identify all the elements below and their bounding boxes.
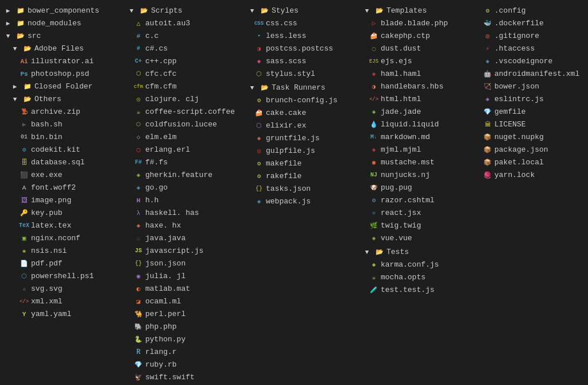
- file-webpack[interactable]: ◈ webpack.js: [245, 195, 358, 208]
- file-paket[interactable]: 📦 paket.local: [481, 156, 588, 169]
- file-rlang[interactable]: R rlang.r: [125, 346, 243, 359]
- file-coffee[interactable]: ☕ coffee-script.coffee: [125, 106, 243, 118]
- file-haskell[interactable]: λ haskell. has: [125, 207, 243, 220]
- folder-adobe-files[interactable]: ▼ 📂 Adobe Files: [1, 43, 122, 55]
- file-cfc[interactable]: ⬡ cfc.cfc: [125, 68, 243, 80]
- file-gulpfile[interactable]: ◎ gulpfile.js: [245, 145, 358, 157]
- file-package-json[interactable]: 📦 package.json: [481, 144, 588, 156]
- folder-templates[interactable]: ▼ 📂 Templates: [360, 5, 478, 17]
- file-elm[interactable]: ◇ elm.elm: [125, 131, 243, 144]
- file-nginx[interactable]: ▣ nginx.nconf: [1, 232, 122, 245]
- folder-task-runners[interactable]: ▼ 📂 Task Runners: [245, 82, 358, 94]
- file-svg[interactable]: ⬦ svg.svg: [1, 283, 122, 295]
- file-haxe[interactable]: ◈ haxe. hx: [125, 220, 243, 232]
- file-bash[interactable]: ▶ bash.sh: [1, 118, 122, 131]
- file-eslintrc[interactable]: ◈ eslintrc.js: [481, 93, 588, 106]
- file-gruntfile[interactable]: ◈ gruntfile.js: [245, 132, 358, 145]
- file-latex[interactable]: TeX latex.tex: [1, 220, 122, 232]
- folder-closed[interactable]: ▶ 📁 Closed Folder: [1, 80, 122, 93]
- file-tasks[interactable]: {} tasks.json: [245, 183, 358, 195]
- file-rakefile[interactable]: ⚙ rakefile: [245, 170, 358, 183]
- file-html[interactable]: </> html.html: [360, 93, 478, 106]
- file-mocha[interactable]: ☕ mocha.opts: [360, 271, 478, 284]
- file-yaml[interactable]: Y yaml.yaml: [1, 308, 122, 321]
- file-csharp[interactable]: # c#.cs: [125, 43, 243, 55]
- file-mustache[interactable]: ◉ mustache.mst: [360, 156, 478, 169]
- file-less[interactable]: ▪ less.less: [245, 30, 358, 43]
- folder-bower-components[interactable]: ▶ 📁 bower_components: [1, 5, 122, 17]
- file-clojure[interactable]: ◎ clojure. clj: [125, 93, 243, 106]
- file-julia[interactable]: ◉ julia. jl: [125, 270, 243, 283]
- file-jade[interactable]: ◈ jade.jade: [360, 106, 478, 118]
- file-gherkin[interactable]: ◈ gherkin.feature: [125, 169, 243, 182]
- file-autoit[interactable]: △ autoit.au3: [125, 17, 243, 30]
- file-twig[interactable]: 🌿 twig.twig: [360, 220, 478, 232]
- file-css[interactable]: CSS css.css: [245, 17, 358, 30]
- file-perl[interactable]: 🐪 perl.perl: [125, 308, 243, 321]
- file-font[interactable]: A font.woff2: [1, 182, 122, 194]
- file-photoshop[interactable]: Ps photoshop.psd: [1, 68, 122, 80]
- file-vscodeignore[interactable]: ◈ .vscodeignore: [481, 55, 588, 68]
- folder-node-modules[interactable]: ▶ 📁 node_modules: [1, 17, 122, 30]
- file-blade[interactable]: ▷ blade.blade.php: [360, 17, 478, 30]
- file-bower-json[interactable]: 🏹 bower.json: [481, 80, 588, 93]
- file-cpp[interactable]: C+ c++.cpp: [125, 55, 243, 68]
- file-haml[interactable]: ◈ haml.haml: [360, 68, 478, 80]
- file-makefile[interactable]: ⚙ makefile: [245, 157, 358, 170]
- file-python[interactable]: 🐍 python.py: [125, 333, 243, 346]
- file-gitignore[interactable]: ◎ .gitignore: [481, 30, 588, 43]
- file-h[interactable]: H h.h: [125, 194, 243, 207]
- file-ruby[interactable]: 💎 ruby.rb: [125, 359, 243, 371]
- file-postcss[interactable]: ◑ postcss.postcss: [245, 43, 358, 55]
- file-markdown[interactable]: M↓ markdown.md: [360, 131, 478, 144]
- file-dockerfile[interactable]: 🐳 .dockerfile: [481, 17, 588, 30]
- file-database[interactable]: 🗄 database.sql: [1, 156, 122, 169]
- file-go[interactable]: ◈ go.go: [125, 182, 243, 194]
- file-image[interactable]: 🖼 image.png: [1, 194, 122, 207]
- file-powershell[interactable]: ⬡ powershell.ps1: [1, 270, 122, 283]
- file-illustrator[interactable]: Ai illustrator.ai: [1, 55, 122, 68]
- file-pug[interactable]: 🐶 pug.pug: [360, 182, 478, 194]
- file-react[interactable]: ⚛ react.jsx: [360, 207, 478, 220]
- file-stylus[interactable]: ⬡ stylus.styl: [245, 68, 358, 80]
- file-test[interactable]: 🧪 test.test.js: [360, 284, 478, 297]
- file-javascript[interactable]: JS javascript.js: [125, 245, 243, 257]
- file-cfm[interactable]: cfm cfm.cfm: [125, 80, 243, 93]
- file-liquid[interactable]: 💧 liquid.liquid: [360, 118, 478, 131]
- file-nuget[interactable]: 📦 nuget.nupkg: [481, 131, 588, 144]
- file-coldfusion[interactable]: ⬡ coldfusion.lucee: [125, 118, 243, 131]
- file-sass[interactable]: ◈ sass.scss: [245, 55, 358, 68]
- file-razor[interactable]: ⚙ razor.cshtml: [360, 194, 478, 207]
- file-gemfile[interactable]: 💎 gemfile: [481, 106, 588, 118]
- file-nunjucks[interactable]: NJ nunjucks.nj: [360, 169, 478, 182]
- file-vue[interactable]: ◈ vue.vue: [360, 232, 478, 245]
- file-htaccess[interactable]: ⚡ .htaccess: [481, 43, 588, 55]
- file-mjml[interactable]: ◈ mjml.mjml: [360, 144, 478, 156]
- folder-src[interactable]: ▼ 📂 src: [1, 30, 122, 43]
- folder-styles[interactable]: ▼ 📂 Styles: [245, 5, 358, 17]
- file-handlebars[interactable]: ◑ handlebars.hbs: [360, 80, 478, 93]
- file-nsis[interactable]: ❋ nsis.nsi: [1, 245, 122, 257]
- file-php[interactable]: 🐘 php.php: [125, 321, 243, 333]
- file-fsharp[interactable]: F# f#.fs: [125, 156, 243, 169]
- file-brunch[interactable]: ⚙ brunch-config.js: [245, 94, 358, 107]
- file-androidmanifest[interactable]: 🤖 androidmanifest.xml: [481, 68, 588, 80]
- file-archive[interactable]: 🗜 archive.zip: [1, 106, 122, 118]
- file-ocaml[interactable]: ◪ ocaml.ml: [125, 295, 243, 308]
- file-json[interactable]: {} json.json: [125, 257, 243, 270]
- file-swift[interactable]: 🦅 swift.swift: [125, 371, 243, 384]
- file-cake[interactable]: 🍰 cake.cake: [245, 107, 358, 120]
- folder-tests[interactable]: ▼ 📂 Tests: [360, 246, 478, 259]
- file-ejs[interactable]: EJS ejs.ejs: [360, 55, 478, 68]
- file-key[interactable]: 🔑 key.pub: [1, 207, 122, 220]
- file-xml[interactable]: </> xml.xml: [1, 295, 122, 308]
- file-java[interactable]: ♨ java.java: [125, 232, 243, 245]
- file-dotconfig[interactable]: ⚙ .config: [481, 5, 588, 17]
- file-pdf[interactable]: 📄 pdf.pdf: [1, 257, 122, 270]
- file-yarnlock[interactable]: 🧶 yarn.lock: [481, 169, 588, 182]
- file-c[interactable]: # c.c: [125, 30, 243, 43]
- file-exe[interactable]: ⬛ exe.exe: [1, 169, 122, 182]
- file-elixir[interactable]: ⬡ elixir.ex: [245, 120, 358, 132]
- folder-others[interactable]: ▼ 📂 Others: [1, 93, 122, 106]
- file-bin[interactable]: 01 bin.bin: [1, 131, 122, 144]
